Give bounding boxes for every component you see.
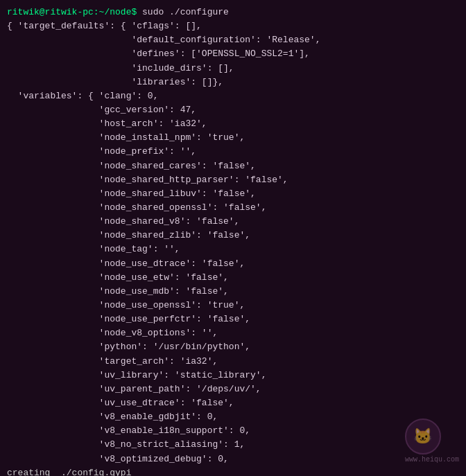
watermark: 🐱 www.heiqu.com — [405, 418, 459, 464]
output-line-2: 'default_configuration': 'Release', — [7, 33, 459, 47]
prompt: ritwik@ritwik-pc:~/node$ — [7, 7, 137, 17]
output-line-7: 'gcc_version': 47, — [7, 103, 459, 117]
output-line-22: 'node_use_perfctr': 'false', — [7, 312, 459, 326]
output-line-28: 'uv_use_dtrace': 'false', — [7, 396, 459, 410]
output-line-10: 'node_prefix': '', — [7, 145, 459, 159]
output-line-19: 'node_use_etw': 'false', — [7, 271, 459, 285]
output-line-29: 'v8_enable_gdbjit': 0, — [7, 410, 459, 424]
output-line-20: 'node_use_mdb': 'false', — [7, 285, 459, 299]
command-line: ritwik@ritwik-pc:~/node$ sudo ./configur… — [7, 6, 459, 19]
output-line-4: 'include_dirs': [], — [7, 62, 459, 76]
output-line-15: 'node_shared_v8': 'false', — [7, 215, 459, 229]
output-line-25: 'target_arch': 'ia32', — [7, 355, 459, 369]
terminal-window: ritwik@ritwik-pc:~/node$ sudo ./configur… — [0, 0, 466, 476]
output-line-9: 'node_install_npm': 'true', — [7, 131, 459, 145]
output-line-14: 'node_shared_openssl': 'false', — [7, 201, 459, 215]
output-line-30: 'v8_enable_i18n_support': 0, — [7, 424, 459, 438]
output-line-6: 'variables': { 'clang': 0, — [7, 89, 459, 103]
output-line-21: 'node_use_openssl': 'true', — [7, 299, 459, 312]
output-line-24: 'python': '/usr/bin/python', — [7, 340, 459, 354]
creating-line-1: creating ./config.gypi — [7, 466, 459, 476]
output-line-3: 'defines': ['OPENSSL_NO_SSL2=1'], — [7, 47, 459, 61]
output-line-26: 'uv_library': 'static_library', — [7, 369, 459, 382]
watermark-text: www.heiqu.com — [405, 456, 459, 464]
watermark-icon: 🐱 — [405, 418, 441, 455]
output-line-13: 'node_shared_libuv': 'false', — [7, 187, 459, 201]
output-line-17: 'node_tag': '', — [7, 243, 459, 256]
output-line-16: 'node_shared_zlib': 'false', — [7, 229, 459, 243]
output-line-32: 'v8_optimized_debug': 0, — [7, 452, 459, 466]
output-line-11: 'node_shared_cares': 'false', — [7, 159, 459, 173]
output-line-1: { 'target_defaults': { 'cflags': [], — [7, 19, 459, 33]
output-line-12: 'node_shared_http_parser': 'false', — [7, 173, 459, 187]
output-line-31: 'v8_no_strict_aliasing': 1, — [7, 438, 459, 452]
output-line-27: 'uv_parent_path': '/deps/uv/', — [7, 382, 459, 396]
output-line-23: 'node_v8_options': '', — [7, 326, 459, 340]
output-line-5: 'libraries': []}, — [7, 76, 459, 89]
output-line-8: 'host_arch': 'ia32', — [7, 117, 459, 131]
output-line-18: 'node_use_dtrace': 'false', — [7, 257, 459, 271]
